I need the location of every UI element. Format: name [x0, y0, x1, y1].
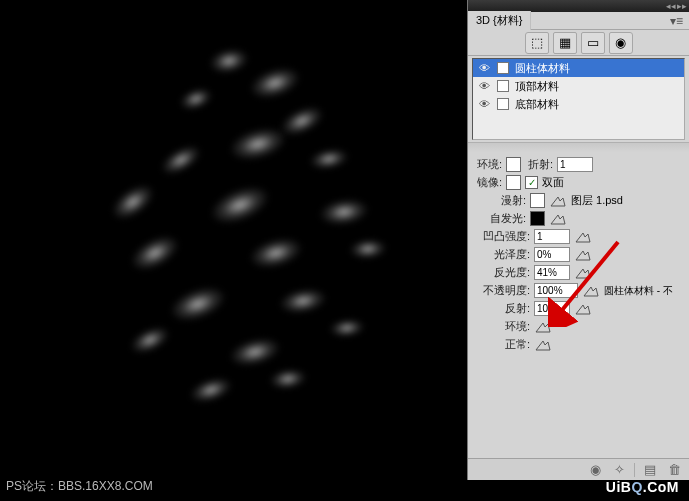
gloss-input[interactable] [534, 247, 570, 262]
texture-map-icon[interactable] [549, 193, 567, 208]
shininess-label: 反光度: [472, 265, 530, 280]
material-row-label: 圆柱体材料 [515, 61, 570, 76]
panel-tab-row: 3D {材料} ▾≡ [468, 12, 689, 30]
texture-map-icon[interactable] [534, 319, 552, 334]
new-icon[interactable]: ▤ [641, 461, 659, 479]
render-settings-icon[interactable]: ◉ [586, 461, 604, 479]
material-row-label: 顶部材料 [515, 79, 559, 94]
light-toggle-icon[interactable]: ✧ [610, 461, 628, 479]
material-row-label: 底部材料 [515, 97, 559, 112]
texture-map-icon[interactable] [574, 301, 592, 316]
diffuse-filename: 图层 1.psd [571, 193, 623, 208]
panel-menu-icon[interactable]: ▾≡ [664, 14, 689, 28]
env-color-swatch[interactable] [506, 157, 521, 172]
mirror-color-swatch[interactable] [506, 175, 521, 190]
bump-label: 凹凸强度: [472, 229, 530, 244]
mode-materials-button[interactable]: ▭ [581, 32, 605, 54]
panel-mode-switcher: ⬚ ▦ ▭ ◉ [468, 30, 689, 56]
double-sided-label: 双面 [542, 175, 564, 190]
reflection-label: 反射: [472, 301, 530, 316]
material-swatch-icon [497, 98, 509, 110]
env-label: 环境: [472, 157, 502, 172]
gloss-label: 光泽度: [472, 247, 530, 262]
material-swatch-icon [497, 62, 509, 74]
material-row-top[interactable]: 👁 顶部材料 [473, 77, 684, 95]
visibility-eye-icon[interactable]: 👁 [477, 97, 491, 111]
watermark-right: UiBQ.CoM [606, 479, 679, 495]
opacity-input[interactable] [534, 283, 578, 298]
environment-label: 环境: [472, 319, 530, 334]
collapse-right-icon[interactable]: ▸▸ [677, 2, 685, 10]
materials-list[interactable]: 👁 圆柱体材料 👁 顶部材料 👁 底部材料 [472, 58, 685, 140]
diffuse-label: 漫射: [472, 193, 526, 208]
bump-input[interactable] [534, 229, 570, 244]
visibility-eye-icon[interactable]: 👁 [477, 79, 491, 93]
texture-map-icon[interactable] [582, 283, 600, 298]
material-row-cylinder[interactable]: 👁 圆柱体材料 [473, 59, 684, 77]
watermark-left: PS论坛：BBS.16XX8.COM [6, 478, 153, 495]
refraction-input[interactable] [557, 157, 593, 172]
panel-footer: ◉ ✧ ▤ 🗑 [468, 458, 689, 480]
opacity-filename: 圆柱体材料 - 不 [604, 284, 673, 298]
double-sided-checkbox[interactable]: ✓ [525, 176, 538, 189]
rendered-3d-object [70, 20, 430, 420]
texture-map-icon[interactable] [534, 337, 552, 352]
opacity-label: 不透明度: [472, 283, 530, 298]
normal-label: 正常: [472, 337, 530, 352]
material-properties: 环境: 折射: 镜像: ✓ 双面 漫射: 图层 1.psd 自发光: 凹凸强度: [468, 152, 689, 355]
panel-separator [468, 142, 689, 152]
diffuse-color-swatch[interactable] [530, 193, 545, 208]
material-row-bottom[interactable]: 👁 底部材料 [473, 95, 684, 113]
mode-lights-button[interactable]: ◉ [609, 32, 633, 54]
emissive-color-swatch[interactable] [530, 211, 545, 226]
texture-map-icon[interactable] [549, 211, 567, 226]
mode-mesh-button[interactable]: ▦ [553, 32, 577, 54]
collapse-left-icon[interactable]: ◂◂ [666, 2, 674, 10]
emissive-label: 自发光: [472, 211, 526, 226]
visibility-eye-icon[interactable]: 👁 [477, 61, 491, 75]
document-canvas[interactable] [0, 0, 467, 501]
materials-panel: ◂◂ ▸▸ 3D {材料} ▾≡ ⬚ ▦ ▭ ◉ 👁 圆柱体材料 👁 顶部材料 … [467, 0, 689, 480]
texture-map-icon[interactable] [574, 229, 592, 244]
texture-map-icon[interactable] [574, 265, 592, 280]
divider [634, 463, 635, 477]
texture-map-icon[interactable] [574, 247, 592, 262]
material-swatch-icon [497, 80, 509, 92]
trash-icon[interactable]: 🗑 [665, 461, 683, 479]
mode-scene-button[interactable]: ⬚ [525, 32, 549, 54]
reflection-input[interactable] [534, 301, 570, 316]
shininess-input[interactable] [534, 265, 570, 280]
panel-tab-3d-materials[interactable]: 3D {材料} [468, 11, 531, 30]
refraction-label: 折射: [525, 157, 553, 172]
mirror-label: 镜像: [472, 175, 502, 190]
